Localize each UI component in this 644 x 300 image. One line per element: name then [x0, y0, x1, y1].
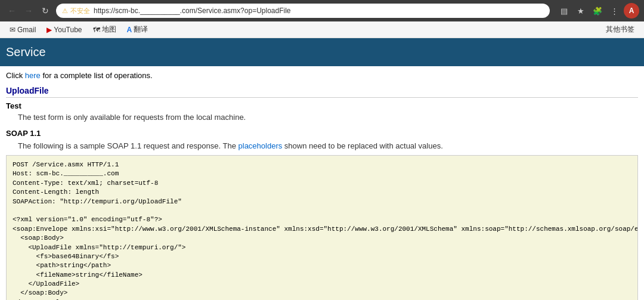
warning-icon: ⚠ — [62, 7, 68, 15]
forward-button[interactable]: → — [21, 4, 36, 18]
reload-button[interactable]: ↻ — [38, 4, 52, 18]
bookmark-youtube-label: YouTube — [54, 26, 82, 34]
bookmark-translate-label: 翻译 — [134, 24, 148, 35]
bookmark-maps[interactable]: 🗺 地图 — [88, 23, 121, 36]
bookmark-youtube[interactable]: ▶ YouTube — [42, 23, 86, 36]
security-label: 不安全 — [70, 7, 90, 16]
address-bar[interactable]: ⚠ 不安全 https://scm-bc.__________.com/Serv… — [56, 4, 550, 18]
cast-button[interactable]: ▤ — [557, 4, 571, 18]
soap11-desc-suffix: shown need to be replaced with actual va… — [282, 141, 443, 150]
soap11-description: The following is a sample SOAP 1.1 reque… — [18, 141, 638, 150]
test-label: Test — [6, 101, 638, 110]
back-button[interactable]: ← — [5, 4, 19, 18]
placeholder-link[interactable]: placeholders — [239, 141, 283, 150]
other-bookmarks[interactable]: 其他书签 — [601, 23, 639, 36]
browser-icons: ▤ ★ 🧩 ⋮ A — [557, 3, 639, 18]
intro-text-prefix: Click — [6, 71, 25, 80]
intro-text-suffix: for a complete list of operations. — [41, 71, 153, 80]
youtube-icon: ▶ — [47, 26, 52, 34]
soap11-desc-prefix: The following is a sample SOAP 1.1 reque… — [18, 141, 239, 150]
gmail-icon: ✉ — [10, 26, 16, 34]
test-note: The test form is only available for requ… — [18, 113, 638, 122]
nav-buttons: ← → ↻ — [5, 4, 52, 18]
page-title: Service — [6, 45, 638, 59]
page-content: Click here for a complete list of operat… — [0, 66, 644, 300]
bookmark-translate[interactable]: A 翻译 — [122, 23, 153, 36]
profile-avatar[interactable]: A — [624, 3, 639, 18]
soap11-request-block: POST /Service.asmx HTTP/1.1 Host: scm-bc… — [6, 155, 638, 300]
bookmarks-bar: ✉ Gmail ▶ YouTube 🗺 地图 A 翻译 其他书签 — [0, 21, 644, 38]
address-text: https://scm-bc.__________.com/Service.as… — [94, 7, 544, 15]
operations-link[interactable]: here — [25, 71, 41, 80]
operation-section-title: UploadFile — [6, 86, 638, 98]
extensions-button[interactable]: 🧩 — [590, 4, 605, 18]
translate-icon: A — [127, 26, 132, 34]
browser-chrome: ← → ↻ ⚠ 不安全 https://scm-bc.__________.co… — [0, 0, 644, 21]
page-header: Service — [0, 38, 644, 66]
menu-button[interactable]: ⋮ — [607, 4, 621, 18]
bookmark-gmail[interactable]: ✉ Gmail — [5, 23, 41, 36]
bookmark-maps-label: 地图 — [102, 24, 116, 35]
maps-icon: 🗺 — [93, 26, 100, 34]
bookmark-gmail-label: Gmail — [17, 26, 36, 34]
security-badge: ⚠ 不安全 — [62, 7, 90, 16]
bookmark-star-button[interactable]: ★ — [574, 4, 588, 18]
soap11-label: SOAP 1.1 — [6, 129, 638, 138]
intro-paragraph: Click here for a complete list of operat… — [6, 71, 638, 80]
